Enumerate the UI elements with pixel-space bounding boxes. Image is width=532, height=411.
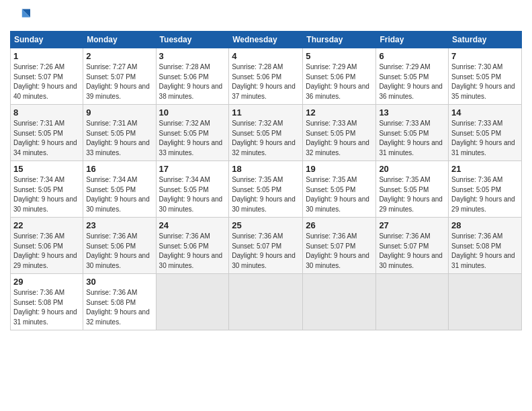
day-info: Sunrise: 7:34 AM Sunset: 5:05 PM Dayligh… xyxy=(86,175,152,214)
weekday-sunday: Sunday xyxy=(11,32,83,48)
day-number: 9 xyxy=(86,107,152,118)
calendar-cell: 4Sunrise: 7:28 AM Sunset: 5:06 PM Daylig… xyxy=(229,48,303,105)
day-info: Sunrise: 7:29 AM Sunset: 5:06 PM Dayligh… xyxy=(306,62,373,101)
calendar-cell: 17Sunrise: 7:34 AM Sunset: 5:05 PM Dayli… xyxy=(156,161,229,218)
day-number: 28 xyxy=(451,220,519,230)
weekday-saturday: Saturday xyxy=(449,32,522,48)
day-info: Sunrise: 7:28 AM Sunset: 5:06 PM Dayligh… xyxy=(232,62,300,101)
day-info: Sunrise: 7:29 AM Sunset: 5:05 PM Dayligh… xyxy=(379,62,445,101)
calendar-cell xyxy=(449,274,522,330)
day-number: 21 xyxy=(451,164,519,174)
day-info: Sunrise: 7:33 AM Sunset: 5:05 PM Dayligh… xyxy=(379,119,445,158)
calendar-body: 1Sunrise: 7:26 AM Sunset: 5:07 PM Daylig… xyxy=(11,48,522,330)
day-number: 22 xyxy=(13,220,80,230)
day-number: 24 xyxy=(159,220,226,230)
calendar-page: SundayMondayTuesdayWednesdayThursdayFrid… xyxy=(0,0,532,411)
day-info: Sunrise: 7:36 AM Sunset: 5:08 PM Dayligh… xyxy=(13,288,80,327)
day-info: Sunrise: 7:34 AM Sunset: 5:05 PM Dayligh… xyxy=(159,175,226,214)
day-number: 30 xyxy=(86,277,152,287)
day-number: 20 xyxy=(379,164,445,174)
calendar-cell: 25Sunrise: 7:36 AM Sunset: 5:07 PM Dayli… xyxy=(229,218,303,274)
weekday-friday: Friday xyxy=(376,32,449,48)
day-number: 4 xyxy=(232,51,300,61)
weekday-wednesday: Wednesday xyxy=(229,32,303,48)
day-info: Sunrise: 7:36 AM Sunset: 5:08 PM Dayligh… xyxy=(451,232,519,271)
day-info: Sunrise: 7:28 AM Sunset: 5:06 PM Dayligh… xyxy=(159,62,226,101)
day-number: 18 xyxy=(232,164,300,174)
day-info: Sunrise: 7:36 AM Sunset: 5:05 PM Dayligh… xyxy=(451,175,519,214)
calendar-cell xyxy=(229,274,303,330)
day-info: Sunrise: 7:32 AM Sunset: 5:05 PM Dayligh… xyxy=(159,119,226,158)
calendar-cell: 15Sunrise: 7:34 AM Sunset: 5:05 PM Dayli… xyxy=(11,161,83,218)
day-number: 6 xyxy=(379,51,445,61)
calendar-cell: 20Sunrise: 7:35 AM Sunset: 5:05 PM Dayli… xyxy=(376,161,449,218)
calendar-cell: 16Sunrise: 7:34 AM Sunset: 5:05 PM Dayli… xyxy=(83,161,156,218)
calendar-cell: 28Sunrise: 7:36 AM Sunset: 5:08 PM Dayli… xyxy=(449,218,522,274)
calendar-week-1: 1Sunrise: 7:26 AM Sunset: 5:07 PM Daylig… xyxy=(11,48,522,105)
logo xyxy=(10,7,30,26)
calendar-cell: 10Sunrise: 7:32 AM Sunset: 5:05 PM Dayli… xyxy=(156,105,229,161)
weekday-monday: Monday xyxy=(83,32,156,48)
day-info: Sunrise: 7:27 AM Sunset: 5:07 PM Dayligh… xyxy=(86,62,152,101)
page-header xyxy=(10,7,522,26)
day-number: 12 xyxy=(306,107,373,118)
day-number: 7 xyxy=(451,51,519,61)
day-number: 27 xyxy=(379,220,445,230)
day-info: Sunrise: 7:30 AM Sunset: 5:05 PM Dayligh… xyxy=(451,62,519,101)
day-info: Sunrise: 7:36 AM Sunset: 5:06 PM Dayligh… xyxy=(159,232,226,271)
calendar-cell: 13Sunrise: 7:33 AM Sunset: 5:05 PM Dayli… xyxy=(376,105,449,161)
day-info: Sunrise: 7:36 AM Sunset: 5:07 PM Dayligh… xyxy=(379,232,445,271)
day-info: Sunrise: 7:26 AM Sunset: 5:07 PM Dayligh… xyxy=(13,62,80,101)
day-number: 26 xyxy=(306,220,373,230)
day-info: Sunrise: 7:31 AM Sunset: 5:05 PM Dayligh… xyxy=(13,119,80,158)
calendar-cell xyxy=(376,274,449,330)
day-number: 16 xyxy=(86,164,152,174)
calendar-cell: 7Sunrise: 7:30 AM Sunset: 5:05 PM Daylig… xyxy=(449,48,522,105)
calendar-cell: 14Sunrise: 7:33 AM Sunset: 5:05 PM Dayli… xyxy=(449,105,522,161)
day-number: 3 xyxy=(159,51,226,61)
calendar-cell: 24Sunrise: 7:36 AM Sunset: 5:06 PM Dayli… xyxy=(156,218,229,274)
calendar-cell xyxy=(303,274,376,330)
day-info: Sunrise: 7:33 AM Sunset: 5:05 PM Dayligh… xyxy=(306,119,373,158)
day-info: Sunrise: 7:36 AM Sunset: 5:07 PM Dayligh… xyxy=(306,232,373,271)
day-info: Sunrise: 7:36 AM Sunset: 5:07 PM Dayligh… xyxy=(232,232,300,271)
calendar-cell: 3Sunrise: 7:28 AM Sunset: 5:06 PM Daylig… xyxy=(156,48,229,105)
day-number: 5 xyxy=(306,51,373,61)
day-info: Sunrise: 7:35 AM Sunset: 5:05 PM Dayligh… xyxy=(379,175,445,214)
day-info: Sunrise: 7:32 AM Sunset: 5:05 PM Dayligh… xyxy=(232,119,300,158)
day-info: Sunrise: 7:36 AM Sunset: 5:06 PM Dayligh… xyxy=(13,232,80,271)
calendar-cell: 23Sunrise: 7:36 AM Sunset: 5:06 PM Dayli… xyxy=(83,218,156,274)
logo-icon xyxy=(11,7,30,26)
day-number: 2 xyxy=(86,51,152,61)
calendar-cell: 27Sunrise: 7:36 AM Sunset: 5:07 PM Dayli… xyxy=(376,218,449,274)
day-info: Sunrise: 7:35 AM Sunset: 5:05 PM Dayligh… xyxy=(232,175,300,214)
calendar-cell: 29Sunrise: 7:36 AM Sunset: 5:08 PM Dayli… xyxy=(11,274,83,330)
day-number: 1 xyxy=(13,51,80,61)
day-number: 14 xyxy=(451,107,519,118)
calendar-cell: 2Sunrise: 7:27 AM Sunset: 5:07 PM Daylig… xyxy=(83,48,156,105)
calendar-cell: 1Sunrise: 7:26 AM Sunset: 5:07 PM Daylig… xyxy=(11,48,83,105)
weekday-header-row: SundayMondayTuesdayWednesdayThursdayFrid… xyxy=(11,32,522,48)
calendar-cell: 19Sunrise: 7:35 AM Sunset: 5:05 PM Dayli… xyxy=(303,161,376,218)
calendar-cell: 21Sunrise: 7:36 AM Sunset: 5:05 PM Dayli… xyxy=(449,161,522,218)
weekday-thursday: Thursday xyxy=(303,32,376,48)
calendar-week-5: 29Sunrise: 7:36 AM Sunset: 5:08 PM Dayli… xyxy=(11,274,522,330)
day-number: 13 xyxy=(379,107,445,118)
calendar-cell: 18Sunrise: 7:35 AM Sunset: 5:05 PM Dayli… xyxy=(229,161,303,218)
calendar-cell: 22Sunrise: 7:36 AM Sunset: 5:06 PM Dayli… xyxy=(11,218,83,274)
calendar-cell: 8Sunrise: 7:31 AM Sunset: 5:05 PM Daylig… xyxy=(11,105,83,161)
day-info: Sunrise: 7:31 AM Sunset: 5:05 PM Dayligh… xyxy=(86,119,152,158)
weekday-tuesday: Tuesday xyxy=(156,32,229,48)
day-info: Sunrise: 7:34 AM Sunset: 5:05 PM Dayligh… xyxy=(13,175,80,214)
day-info: Sunrise: 7:36 AM Sunset: 5:06 PM Dayligh… xyxy=(86,232,152,271)
day-number: 10 xyxy=(159,107,226,118)
calendar-table: SundayMondayTuesdayWednesdayThursdayFrid… xyxy=(10,31,522,330)
calendar-week-3: 15Sunrise: 7:34 AM Sunset: 5:05 PM Dayli… xyxy=(11,161,522,218)
calendar-week-2: 8Sunrise: 7:31 AM Sunset: 5:05 PM Daylig… xyxy=(11,105,522,161)
calendar-cell: 6Sunrise: 7:29 AM Sunset: 5:05 PM Daylig… xyxy=(376,48,449,105)
day-info: Sunrise: 7:36 AM Sunset: 5:08 PM Dayligh… xyxy=(86,288,152,327)
day-number: 8 xyxy=(13,107,80,118)
day-number: 11 xyxy=(232,107,300,118)
calendar-cell: 26Sunrise: 7:36 AM Sunset: 5:07 PM Dayli… xyxy=(303,218,376,274)
calendar-cell: 11Sunrise: 7:32 AM Sunset: 5:05 PM Dayli… xyxy=(229,105,303,161)
